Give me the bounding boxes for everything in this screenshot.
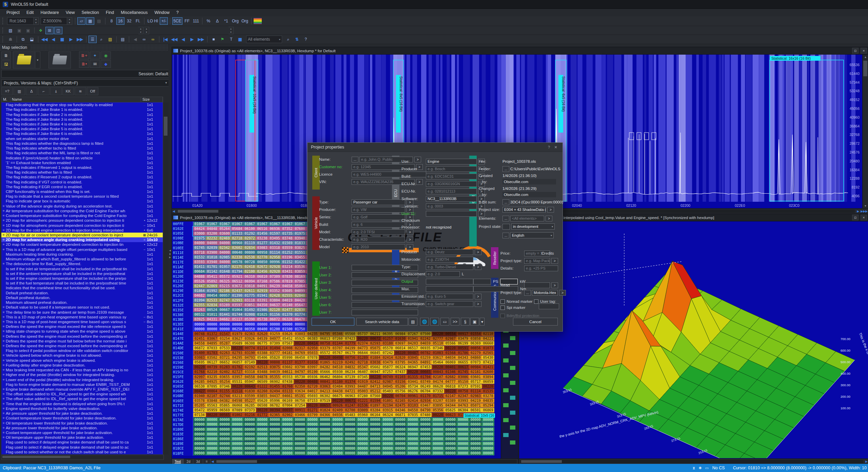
input-project-type-[interactable]: e.g. Map Pack xyxy=(524,258,550,264)
maps-grid-icon[interactable]: ▦ xyxy=(58,36,66,43)
input-output[interactable] xyxy=(426,279,473,284)
stamp-icon[interactable]: ▣ xyxy=(470,318,479,326)
input-details-[interactable]: e.g. +25 PS xyxy=(524,266,558,271)
tab-3d[interactable]: 3d xyxy=(193,459,203,464)
preview-window-icon[interactable]: ⌕ xyxy=(97,36,105,43)
context-help-icon[interactable]: ? xyxy=(302,36,310,43)
expand-button[interactable]: > xyxy=(475,301,481,307)
expand-button[interactable]: > xyxy=(551,258,558,264)
dialog-titlebar[interactable]: Project properties ? ✕ xyxy=(308,143,563,152)
input-build-[interactable]: e.g. 6 xyxy=(352,222,405,228)
map-list-item[interactable]: ✳Lower end of the pedal (throttle) windo… xyxy=(1,377,163,382)
input-producer[interactable]: e.g. Bosch xyxy=(426,166,477,172)
search-vehicle-data-button[interactable]: Search vehicle data xyxy=(356,318,408,326)
map-list-item[interactable]: Is set if the fuel temperature shall be … xyxy=(1,281,163,286)
menu-window[interactable]: Window xyxy=(152,9,173,16)
paragraph-button[interactable]: § xyxy=(461,318,470,326)
expand-button[interactable]: > xyxy=(546,216,552,221)
expand-button[interactable]: > xyxy=(551,282,558,288)
map-selection-header[interactable]: Map selection xyxy=(0,44,169,51)
maximize-icon[interactable]: ⊡ xyxy=(852,48,859,54)
more-button[interactable]: ... xyxy=(352,157,358,162)
fast-scroll-icon[interactable]: ▶▶▶ xyxy=(860,210,868,213)
input-elements-[interactable]: <All elements> xyxy=(510,216,544,221)
map-list-item[interactable]: The flag indicates if Jake Brake 2 is en… xyxy=(1,112,163,117)
map-3d-surface[interactable]: 353.15333.15313.15293.15273.15253.15233.… xyxy=(519,221,868,458)
expand-button[interactable]: > xyxy=(475,264,481,270)
expand-button[interactable]: > xyxy=(547,207,554,213)
more-button[interactable]: ... xyxy=(502,199,509,205)
rows-filter-icon[interactable]: ≋ xyxy=(75,87,86,95)
pot-icon[interactable]: ☗ xyxy=(6,36,15,43)
rot-spinner[interactable]: Rot:1643▲▼ xyxy=(7,17,39,25)
map-list-item[interactable]: ✳Defines the speed the engine must excee… xyxy=(1,343,163,348)
scroll-right-icon[interactable]: ▶ xyxy=(865,460,868,463)
hexdump-row[interactable]: 0159E00220007390128301782021920251303075… xyxy=(172,365,518,370)
input-transmission[interactable]: e.g. Switch gear xyxy=(426,301,473,307)
map-list-item[interactable]: Maximum allowed preheat duration.1x1 xyxy=(1,300,163,305)
close-icon[interactable]: ✕ xyxy=(861,215,867,220)
search-online-button[interactable]: ◉ xyxy=(101,52,111,59)
map-3d-footer[interactable]: ▶ xyxy=(519,458,868,464)
menu-selection[interactable]: Selection xyxy=(79,9,102,16)
stop-icon[interactable]: ■ xyxy=(210,36,218,43)
original-icon[interactable]: Org xyxy=(231,17,240,25)
map-list-item[interactable]: ✳Idling state changes to running state w… xyxy=(1,329,163,334)
tab-=[interactable]: = xyxy=(203,459,211,464)
map-list-item[interactable]: The flag indicating if EGR control is en… xyxy=(1,184,163,189)
upload-online-icon[interactable]: 🌐 xyxy=(430,318,439,326)
map-list-item[interactable]: ✳Defines the speed the engine must excee… xyxy=(1,334,163,339)
map-list-item[interactable]: ✳Coolant temperature lower threshold for… xyxy=(1,416,163,420)
close-icon[interactable]: ✕ xyxy=(552,144,559,150)
text-mode-icon[interactable]: 5CE xyxy=(172,17,182,25)
cascade-windows-icon[interactable]: ⧉ xyxy=(19,36,27,43)
map-list-item[interactable]: ✳Coolant temperature upper threshold for… xyxy=(1,430,163,435)
user-tag-input[interactable] xyxy=(539,303,559,309)
input-build-[interactable]: e.g. EDC16C31 xyxy=(426,174,477,179)
map-list-item[interactable]: The flag indicates if Jake Brake 5 is en… xyxy=(1,126,163,131)
map-list-item[interactable]: ✳This is a 1D map of post-heat engagemen… xyxy=(1,319,163,324)
ok-button[interactable]: OK xyxy=(312,318,354,326)
map-list-item[interactable]: ✳Air pressure lower threshold for jake b… xyxy=(1,426,163,430)
menu-edit[interactable]: Edit xyxy=(23,9,37,16)
map-list-item[interactable]: The flag indicating if VGT control is en… xyxy=(1,180,163,184)
input-series-[interactable]: e.g. Golf xyxy=(352,214,405,220)
compare-windows-icon[interactable]: ⬓ xyxy=(28,36,36,43)
map-list-item[interactable]: '1' == Exhaust brake function enabled1x1 xyxy=(1,160,163,165)
toolbar-spinner[interactable]: ▲▼ xyxy=(138,27,143,34)
map-list-item[interactable]: Flag to force engine brake demand to man… xyxy=(1,382,163,387)
map-list-item[interactable]: ✳Defines the speed the engine must fall … xyxy=(1,339,163,343)
hexdump-row[interactable]: 0183E00000000000000000000000000000000000… xyxy=(172,432,518,436)
column-header-m[interactable]: M. xyxy=(2,97,11,102)
map-list-item[interactable]: Flag used to select if delayed engine br… xyxy=(1,445,163,450)
map-list-item[interactable]: Is set if the inlet air temperature shal… xyxy=(1,266,163,271)
map-list-item[interactable]: This flag indicates whether the diagnost… xyxy=(1,141,163,146)
hexdump-row[interactable]: 015FE02997032350365503957045580487805355… xyxy=(172,374,518,379)
selection-mode-icon[interactable]: ▱ xyxy=(77,17,85,25)
input--version-[interactable]: e.g. 0003 xyxy=(426,203,477,209)
more-button[interactable]: ... xyxy=(502,216,509,221)
map-list-item[interactable]: The flag indicates if Jake Brake 4 is en… xyxy=(1,122,163,126)
map-list-item[interactable]: ✳Oil temperature upper threshold for jak… xyxy=(1,435,163,440)
map-list-item[interactable]: Flag used to select if delayed engine br… xyxy=(1,440,163,445)
menu-miscellaneous[interactable]: Miscellaneous xyxy=(118,9,151,16)
column-header-name[interactable]: Name xyxy=(11,97,141,102)
forward-button[interactable]: >> xyxy=(451,318,459,326)
insert-window-icon[interactable]: ❖ xyxy=(37,27,45,34)
input-model[interactable]: e.g. 2010 xyxy=(352,244,405,250)
width-float-icon[interactable]: Fl. xyxy=(134,17,142,25)
map-list-item[interactable]: The flag indicates if Reserved 1 output … xyxy=(1,165,163,170)
dec-mode-icon[interactable]: 111 xyxy=(192,17,200,25)
input-model-[interactable]: e.g. 2.0 TFSI xyxy=(352,229,405,235)
hexdump-row[interactable]: 0156E05695061270665206857071490022000808… xyxy=(172,360,518,365)
map-list-item[interactable]: Default preheat duration.1x1 xyxy=(1,291,163,295)
nav-prev-map-icon[interactable]: ◀ xyxy=(49,36,57,43)
map-list-item[interactable]: Is set if the engine coolant temperature… xyxy=(1,276,163,281)
input-project-size-[interactable]: E004 + 43 ShadowData (Impor xyxy=(502,207,546,213)
nav-first-map-icon[interactable]: ◀◀ xyxy=(40,36,48,43)
map-list-item[interactable]: This flag indicates whether the MIL lamp… xyxy=(1,151,163,155)
map-list-item[interactable]: ✳Vehicle speed above which engine brake … xyxy=(1,358,163,363)
save-button[interactable]: 🖫 xyxy=(1,60,11,68)
map-list-item[interactable]: Is set if the ambient temperature shall … xyxy=(1,271,163,276)
hexdump-row[interactable]: 0144E00748013720154701979023630262003259… xyxy=(172,331,518,336)
